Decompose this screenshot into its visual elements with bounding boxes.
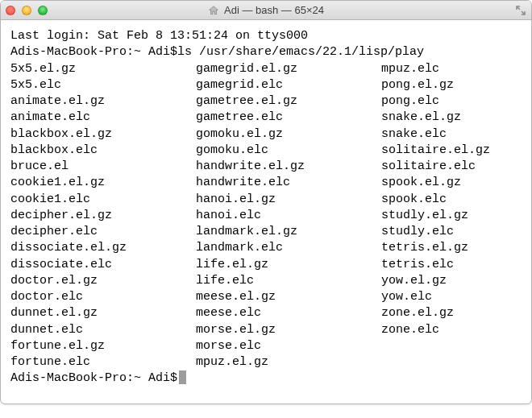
file-item: yow.elc (381, 289, 522, 305)
window-title: Adi — bash — 65×24 (224, 4, 324, 16)
file-item: decipher.el.gz (10, 208, 196, 224)
file-item: dissociate.el.gz (10, 240, 196, 256)
file-item: morse.el.gz (196, 322, 381, 338)
file-item: gamegrid.el.gz (196, 61, 381, 77)
file-item: blackbox.elc (10, 143, 196, 159)
file-item: gomoku.el.gz (196, 126, 381, 143)
file-item: zone.el.gz (381, 305, 522, 321)
file-item: landmark.el.gz (196, 224, 381, 240)
file-item: solitaire.el.gz (381, 143, 522, 159)
file-item: gametree.elc (196, 110, 381, 126)
file-item: animate.el.gz (10, 93, 196, 110)
home-icon (208, 5, 219, 16)
zoom-button[interactable] (38, 6, 48, 15)
file-item: cookie1.el.gz (10, 175, 196, 191)
fullscreen-icon[interactable] (515, 5, 526, 16)
file-item: studly.el.gz (381, 208, 522, 224)
file-item: cookie1.elc (10, 192, 196, 208)
file-item: decipher.elc (10, 224, 196, 240)
command-text: ls /usr/share/emacs/22.1/lisp/play (177, 44, 424, 60)
terminal-body[interactable]: Last login: Sat Feb 8 13:51:24 on ttys00… (1, 20, 531, 404)
file-item: tetris.elc (381, 257, 522, 273)
file-item: gomoku.elc (196, 143, 381, 159)
file-item: hanoi.el.gz (196, 192, 381, 208)
file-item: fortune.elc (10, 354, 196, 370)
file-item: dunnet.elc (10, 322, 196, 338)
file-item: animate.elc (10, 110, 196, 126)
file-item: spook.elc (381, 192, 522, 208)
file-item: tetris.el.gz (381, 240, 522, 256)
close-button[interactable] (6, 6, 15, 15)
file-item: snake.elc (381, 126, 522, 143)
file-item: mpuz.elc (381, 61, 522, 77)
file-item: meese.el.gz (196, 289, 381, 305)
file-item: spook.el.gz (381, 175, 522, 191)
minimize-button[interactable] (22, 6, 31, 15)
prompt: Adis-MacBook-Pro:~ Adi$ (10, 44, 177, 60)
file-item: zone.elc (381, 322, 522, 338)
prompt: Adis-MacBook-Pro:~ Adi$ (10, 370, 177, 387)
file-item: mpuz.el.gz (196, 354, 381, 370)
file-item: life.el.gz (196, 257, 381, 273)
file-item: life.elc (196, 273, 381, 289)
file-item: bruce.el (10, 159, 196, 175)
file-item: handwrite.el.gz (196, 159, 381, 175)
file-item: studly.elc (381, 224, 522, 240)
file-column-1: 5x5.el.gz5x5.elcanimate.el.gzanimate.elc… (10, 61, 196, 371)
file-item: blackbox.el.gz (10, 126, 196, 143)
file-item: landmark.elc (196, 240, 381, 256)
prompt-line: Adis-MacBook-Pro:~ Adi$ (10, 370, 522, 387)
terminal-window: Adi — bash — 65×24 Last login: Sat Feb 8… (0, 0, 532, 404)
cursor (179, 370, 186, 384)
file-item: yow.el.gz (381, 273, 522, 289)
file-item: doctor.elc (10, 289, 196, 305)
file-item: morse.elc (196, 338, 381, 354)
file-item: pong.el.gz (381, 77, 522, 93)
command-line: Adis-MacBook-Pro:~ Adi$ ls /usr/share/em… (10, 44, 522, 60)
file-item: hanoi.elc (196, 208, 381, 224)
file-column-3: mpuz.elcpong.el.gzpong.elcsnake.el.gzsna… (381, 61, 522, 371)
file-item: handwrite.elc (196, 175, 381, 191)
login-line: Last login: Sat Feb 8 13:51:24 on ttys00… (10, 28, 522, 44)
file-item: pong.elc (381, 93, 522, 110)
traffic-lights (6, 6, 48, 15)
file-item: gametree.el.gz (196, 93, 381, 110)
titlebar[interactable]: Adi — bash — 65×24 (1, 1, 531, 20)
file-item: gamegrid.elc (196, 77, 381, 93)
file-column-2: gamegrid.el.gzgamegrid.elcgametree.el.gz… (196, 61, 381, 371)
file-item: 5x5.el.gz (10, 61, 196, 77)
ls-output: 5x5.el.gz5x5.elcanimate.el.gzanimate.elc… (10, 61, 522, 371)
file-item: fortune.el.gz (10, 338, 196, 354)
file-item: doctor.el.gz (10, 273, 196, 289)
file-item: dunnet.el.gz (10, 305, 196, 321)
file-item: solitaire.elc (381, 159, 522, 175)
file-item: meese.elc (196, 305, 381, 321)
file-item: 5x5.elc (10, 77, 196, 93)
file-item: snake.el.gz (381, 110, 522, 126)
file-item: dissociate.elc (10, 257, 196, 273)
